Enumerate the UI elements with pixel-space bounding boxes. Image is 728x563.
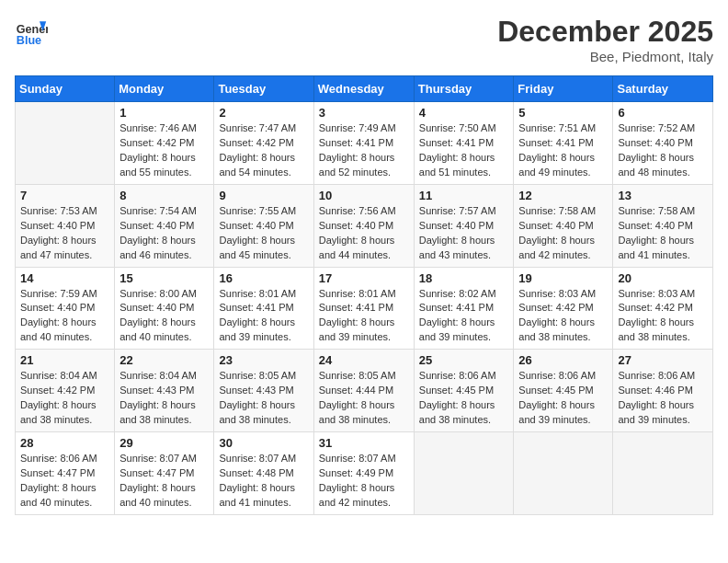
- calendar-week-3: 21Sunrise: 8:04 AMSunset: 4:42 PMDayligh…: [16, 350, 713, 432]
- calendar-cell: 3Sunrise: 7:49 AMSunset: 4:41 PMDaylight…: [313, 102, 414, 185]
- calendar-cell: 21Sunrise: 8:04 AMSunset: 4:42 PMDayligh…: [16, 350, 115, 432]
- day-number: 26: [518, 353, 608, 367]
- day-number: 1: [119, 106, 209, 120]
- day-header-wednesday: Wednesday: [313, 76, 414, 102]
- calendar-cell: 19Sunrise: 8:03 AMSunset: 4:42 PMDayligh…: [514, 267, 613, 350]
- calendar-cell: 14Sunrise: 7:59 AMSunset: 4:40 PMDayligh…: [16, 267, 115, 350]
- day-number: 6: [618, 106, 708, 120]
- cell-info: Sunrise: 7:53 AMSunset: 4:40 PMDaylight:…: [20, 204, 109, 263]
- cell-info: Sunrise: 8:07 AMSunset: 4:48 PMDaylight:…: [219, 452, 308, 511]
- cell-info: Sunrise: 8:06 AMSunset: 4:47 PMDaylight:…: [20, 452, 109, 511]
- day-number: 4: [419, 106, 509, 120]
- calendar-week-0: 1Sunrise: 7:46 AMSunset: 4:42 PMDaylight…: [16, 102, 713, 185]
- day-header-tuesday: Tuesday: [214, 76, 313, 102]
- logo-icon: General Blue: [15, 15, 48, 48]
- cell-info: Sunrise: 8:05 AMSunset: 4:44 PMDaylight:…: [319, 369, 409, 428]
- calendar-cell: 8Sunrise: 7:54 AMSunset: 4:40 PMDaylight…: [115, 184, 214, 267]
- calendar-cell: 9Sunrise: 7:55 AMSunset: 4:40 PMDaylight…: [214, 184, 313, 267]
- calendar-body: 1Sunrise: 7:46 AMSunset: 4:42 PMDaylight…: [16, 102, 713, 515]
- day-number: 12: [518, 189, 608, 202]
- day-number: 30: [219, 436, 308, 450]
- month-title: December 2025: [497, 15, 713, 49]
- day-number: 24: [319, 353, 409, 367]
- cell-info: Sunrise: 8:02 AMSunset: 4:41 PMDaylight:…: [419, 287, 509, 346]
- calendar-cell: 22Sunrise: 8:04 AMSunset: 4:43 PMDayligh…: [115, 350, 214, 432]
- cell-info: Sunrise: 8:06 AMSunset: 4:46 PMDaylight:…: [618, 369, 708, 428]
- day-number: 27: [618, 353, 708, 367]
- day-number: 9: [219, 189, 308, 202]
- calendar-cell: 10Sunrise: 7:56 AMSunset: 4:40 PMDayligh…: [313, 184, 414, 267]
- cell-info: Sunrise: 7:58 AMSunset: 4:40 PMDaylight:…: [618, 204, 708, 263]
- day-number: 13: [618, 189, 708, 202]
- day-header-thursday: Thursday: [414, 76, 514, 102]
- calendar-cell: 23Sunrise: 8:05 AMSunset: 4:43 PMDayligh…: [214, 350, 313, 432]
- day-header-saturday: Saturday: [613, 76, 713, 102]
- cell-info: Sunrise: 8:03 AMSunset: 4:42 PMDaylight:…: [618, 287, 708, 346]
- cell-info: Sunrise: 8:06 AMSunset: 4:45 PMDaylight:…: [419, 369, 509, 428]
- location: Bee, Piedmont, Italy: [497, 49, 713, 64]
- day-header-monday: Monday: [115, 76, 214, 102]
- day-number: 23: [219, 353, 308, 367]
- calendar-cell: [16, 102, 115, 185]
- day-number: 22: [119, 353, 209, 367]
- cell-info: Sunrise: 8:06 AMSunset: 4:45 PMDaylight:…: [518, 369, 608, 428]
- day-header-friday: Friday: [514, 76, 613, 102]
- day-number: 19: [518, 271, 608, 285]
- calendar-table: SundayMondayTuesdayWednesdayThursdayFrid…: [15, 75, 713, 515]
- calendar-cell: 29Sunrise: 8:07 AMSunset: 4:47 PMDayligh…: [115, 432, 214, 515]
- cell-info: Sunrise: 8:07 AMSunset: 4:47 PMDaylight:…: [119, 452, 209, 511]
- calendar-cell: 17Sunrise: 8:01 AMSunset: 4:41 PMDayligh…: [313, 267, 414, 350]
- cell-info: Sunrise: 8:07 AMSunset: 4:49 PMDaylight:…: [319, 452, 409, 511]
- calendar-cell: 30Sunrise: 8:07 AMSunset: 4:48 PMDayligh…: [214, 432, 313, 515]
- calendar-cell: 2Sunrise: 7:47 AMSunset: 4:42 PMDaylight…: [214, 102, 313, 185]
- calendar-cell: [414, 432, 514, 515]
- cell-info: Sunrise: 8:05 AMSunset: 4:43 PMDaylight:…: [219, 369, 308, 428]
- day-number: 5: [518, 106, 608, 120]
- cell-info: Sunrise: 8:01 AMSunset: 4:41 PMDaylight:…: [319, 287, 409, 346]
- calendar-cell: 31Sunrise: 8:07 AMSunset: 4:49 PMDayligh…: [313, 432, 414, 515]
- day-number: 8: [119, 189, 209, 202]
- calendar-cell: 4Sunrise: 7:50 AMSunset: 4:41 PMDaylight…: [414, 102, 514, 185]
- calendar-cell: 26Sunrise: 8:06 AMSunset: 4:45 PMDayligh…: [514, 350, 613, 432]
- calendar-header-row: SundayMondayTuesdayWednesdayThursdayFrid…: [16, 76, 713, 102]
- day-number: 25: [419, 353, 509, 367]
- cell-info: Sunrise: 8:03 AMSunset: 4:42 PMDaylight:…: [518, 287, 608, 346]
- cell-info: Sunrise: 7:49 AMSunset: 4:41 PMDaylight:…: [319, 121, 409, 180]
- cell-info: Sunrise: 7:46 AMSunset: 4:42 PMDaylight:…: [119, 121, 209, 180]
- cell-info: Sunrise: 7:51 AMSunset: 4:41 PMDaylight:…: [518, 121, 608, 180]
- calendar-week-2: 14Sunrise: 7:59 AMSunset: 4:40 PMDayligh…: [16, 267, 713, 350]
- calendar-cell: 18Sunrise: 8:02 AMSunset: 4:41 PMDayligh…: [414, 267, 514, 350]
- cell-info: Sunrise: 7:47 AMSunset: 4:42 PMDaylight:…: [219, 121, 308, 180]
- day-number: 2: [219, 106, 308, 120]
- calendar-cell: 7Sunrise: 7:53 AMSunset: 4:40 PMDaylight…: [16, 184, 115, 267]
- cell-info: Sunrise: 8:00 AMSunset: 4:40 PMDaylight:…: [119, 287, 209, 346]
- day-number: 11: [419, 189, 509, 202]
- calendar-cell: 20Sunrise: 8:03 AMSunset: 4:42 PMDayligh…: [613, 267, 713, 350]
- svg-text:Blue: Blue: [17, 34, 41, 47]
- calendar-cell: 28Sunrise: 8:06 AMSunset: 4:47 PMDayligh…: [16, 432, 115, 515]
- cell-info: Sunrise: 8:04 AMSunset: 4:43 PMDaylight:…: [119, 369, 209, 428]
- day-number: 21: [20, 353, 109, 367]
- day-number: 16: [219, 271, 308, 285]
- logo: General Blue: [15, 15, 48, 48]
- cell-info: Sunrise: 7:54 AMSunset: 4:40 PMDaylight:…: [119, 204, 209, 263]
- cell-info: Sunrise: 7:59 AMSunset: 4:40 PMDaylight:…: [20, 287, 109, 346]
- day-number: 10: [319, 189, 409, 202]
- cell-info: Sunrise: 7:52 AMSunset: 4:40 PMDaylight:…: [618, 121, 708, 180]
- page-header: General Blue December 2025 Bee, Piedmont…: [15, 15, 713, 64]
- calendar-week-1: 7Sunrise: 7:53 AMSunset: 4:40 PMDaylight…: [16, 184, 713, 267]
- calendar-cell: 16Sunrise: 8:01 AMSunset: 4:41 PMDayligh…: [214, 267, 313, 350]
- calendar-cell: 25Sunrise: 8:06 AMSunset: 4:45 PMDayligh…: [414, 350, 514, 432]
- day-number: 14: [20, 271, 109, 285]
- calendar-cell: 13Sunrise: 7:58 AMSunset: 4:40 PMDayligh…: [613, 184, 713, 267]
- calendar-cell: 24Sunrise: 8:05 AMSunset: 4:44 PMDayligh…: [313, 350, 414, 432]
- day-number: 31: [319, 436, 409, 450]
- day-number: 29: [119, 436, 209, 450]
- day-header-sunday: Sunday: [16, 76, 115, 102]
- calendar-cell: 5Sunrise: 7:51 AMSunset: 4:41 PMDaylight…: [514, 102, 613, 185]
- day-number: 20: [618, 271, 708, 285]
- day-number: 3: [319, 106, 409, 120]
- title-block: December 2025 Bee, Piedmont, Italy: [497, 15, 713, 64]
- cell-info: Sunrise: 8:04 AMSunset: 4:42 PMDaylight:…: [20, 369, 109, 428]
- day-number: 7: [20, 189, 109, 202]
